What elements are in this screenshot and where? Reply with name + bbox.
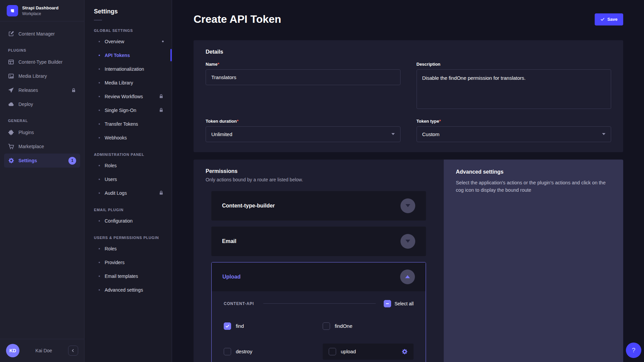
accordion-label: Email (222, 238, 236, 244)
save-button[interactable]: Save (595, 13, 623, 25)
token-duration-label: Token duration* (206, 119, 400, 124)
accordion-email: Email (211, 227, 426, 256)
bullet-icon (99, 220, 100, 222)
subnav-item-label: Media Library (105, 80, 133, 85)
subnav-item-label: Internationalization (105, 66, 144, 72)
content-area: Details Name* Description Disable the fi… (172, 35, 644, 362)
check-icon (600, 17, 605, 21)
advanced-settings-panel: Advanced settings Select the application… (444, 160, 623, 362)
required-asterisk: * (237, 119, 238, 124)
brand-title: Strapi Dashboard (22, 5, 58, 11)
subnav-item-audit-logs[interactable]: Audit Logs (85, 186, 172, 200)
nav-section-plugins: PLUGINS (8, 48, 76, 52)
bullet-icon (99, 137, 100, 138)
subnav-item-transfer-tokens[interactable]: Transfer Tokens (85, 117, 172, 131)
subnav-title: Settings (85, 8, 172, 15)
subnav-item-admin-roles[interactable]: Roles (85, 159, 172, 172)
subnav-group-administration-panel: ADMINISTRATION PANEL (94, 153, 162, 157)
subnav-item-media-library[interactable]: Media Library (85, 76, 172, 89)
action-item-upload: upload (323, 344, 414, 360)
nav-item-releases[interactable]: Releases (4, 83, 80, 97)
bullet-icon (99, 262, 100, 263)
cog-icon[interactable] (401, 349, 408, 355)
subnav-item-configuration[interactable]: Configuration (85, 214, 172, 228)
advanced-settings-description: Select the application's actions or the … (456, 179, 611, 194)
notification-dot-icon (162, 41, 164, 42)
checkbox-destroy[interactable] (224, 348, 231, 355)
lock-icon (159, 190, 164, 195)
subnav-item-users[interactable]: Users (85, 172, 172, 186)
select-all-checkbox[interactable] (384, 300, 391, 307)
subnav-item-single-sign-on[interactable]: Single Sign-On (85, 103, 172, 117)
description-textarea[interactable]: Disable the findOne permission for trans… (417, 69, 611, 109)
token-duration-select[interactable]: Unlimited (206, 126, 400, 142)
details-heading: Details (206, 49, 611, 55)
subnav-item-label: Overview (105, 39, 124, 44)
subnav-item-overview[interactable]: Overview (85, 35, 172, 48)
subnav-item-advanced-settings[interactable]: Advanced settings (85, 283, 172, 297)
expand-accordion-button[interactable] (400, 198, 415, 213)
help-button[interactable]: ? (626, 343, 641, 358)
accordion-header-upload[interactable]: Upload (212, 262, 426, 291)
bullet-icon (99, 248, 100, 249)
expand-accordion-button[interactable] (400, 234, 415, 249)
puzzle-icon (8, 129, 14, 135)
nav-item-content-manager[interactable]: Content Manager (4, 27, 80, 41)
subnav-item-label: Single Sign-On (105, 108, 136, 113)
bullet-icon (99, 123, 100, 125)
nav-item-media-library[interactable]: Media Library (4, 69, 80, 83)
subnav-item-webhooks[interactable]: Webhooks (85, 131, 172, 144)
subnav-group-users-permissions-plugin: USERS & PERMISSIONS PLUGIN (94, 236, 162, 240)
select-all-row: CONTENT-API Select all (224, 300, 414, 307)
active-indicator (170, 49, 172, 61)
collapse-sidebar-button[interactable] (68, 346, 78, 356)
nav-item-content-type-builder[interactable]: Content-Type Builder (4, 55, 80, 69)
subnav-item-up-roles[interactable]: Roles (85, 242, 172, 255)
collapse-accordion-button[interactable] (400, 269, 415, 284)
accordion-header-email[interactable]: Email (211, 227, 426, 256)
subnav-group-email-plugin: EMAIL PLUGIN (94, 208, 162, 212)
nav-item-settings[interactable]: Settings 1 (4, 154, 80, 168)
bullet-icon (99, 192, 100, 194)
question-mark-icon: ? (632, 347, 636, 354)
subnav-item-internationalization[interactable]: Internationalization (85, 62, 172, 76)
name-input[interactable] (206, 69, 400, 85)
nav-label: Marketplace (18, 144, 76, 149)
checkbox-find[interactable] (224, 322, 231, 330)
accordion-label: Upload (222, 274, 240, 280)
nav-label: Media Library (18, 73, 76, 79)
nav-item-deploy[interactable]: Deploy (4, 97, 80, 111)
page-title: Create API Token (194, 13, 281, 25)
subnav-item-email-templates[interactable]: Email templates (85, 269, 172, 283)
checkbox-upload[interactable] (329, 348, 336, 355)
subnav-item-review-workflows[interactable]: Review Workflows (85, 89, 172, 103)
nav-item-plugins[interactable]: Plugins (4, 125, 80, 139)
brand[interactable]: Strapi Dashboard Workplace (0, 0, 84, 21)
action-label: find (236, 323, 244, 329)
checkbox-findone[interactable] (323, 322, 330, 330)
description-field-group: Description Disable the findOne permissi… (417, 62, 611, 110)
subnav-item-label: Providers (105, 260, 124, 265)
subnav-item-providers[interactable]: Providers (85, 255, 172, 269)
bullet-icon (99, 289, 100, 291)
chevron-up-icon (405, 275, 410, 278)
settings-subnav: Settings GLOBAL SETTINGS Overview API To… (85, 0, 172, 362)
main-nav: Content Manager PLUGINS Content-Type Bui… (0, 21, 84, 168)
accordion-header-content-type-builder[interactable]: Content-type-builder (211, 191, 426, 221)
bullet-icon (99, 82, 100, 83)
token-type-select[interactable]: Custom (417, 126, 611, 142)
bullet-icon (99, 110, 100, 111)
subnav-item-api-tokens[interactable]: API Tokens (85, 48, 172, 62)
bullet-icon (99, 276, 100, 277)
gear-icon (8, 158, 14, 164)
subnav-item-label: Transfer Tokens (105, 121, 138, 127)
subnav-item-label: Audit Logs (105, 190, 127, 196)
action-item-findone: findOne (323, 318, 414, 334)
nav-item-marketplace[interactable]: Marketplace (4, 139, 80, 154)
avatar[interactable]: KD (6, 344, 19, 357)
nav-label: Deploy (18, 102, 76, 107)
accordion-body-upload: CONTENT-API Select all (212, 291, 426, 362)
accordion-label: Content-type-builder (222, 203, 275, 209)
subnav-item-label: API Tokens (105, 53, 130, 58)
permissions-heading: Permissions (206, 168, 432, 174)
